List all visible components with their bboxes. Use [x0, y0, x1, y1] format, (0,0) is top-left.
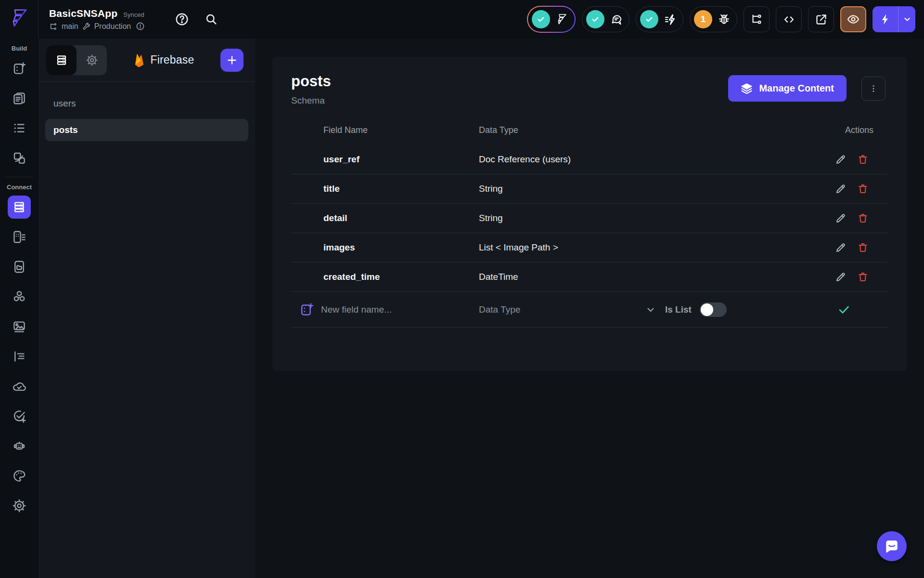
collection-item-posts[interactable]: posts	[45, 119, 248, 141]
sidebar-item-ai-agents[interactable]	[0, 431, 38, 461]
run-bolt-icon	[879, 13, 892, 26]
schema-field-row: user_ref Doc Reference (users)	[291, 145, 888, 174]
field-name: images	[291, 242, 479, 253]
status-pill-issues[interactable]: 1	[690, 6, 737, 32]
status-pill-comments[interactable]	[582, 6, 629, 32]
developer-menu-button[interactable]	[776, 6, 802, 32]
delete-field-button[interactable]	[857, 212, 869, 224]
left-nav-rail: Build Connect	[0, 39, 38, 578]
sidebar-item-pages[interactable]	[0, 83, 38, 113]
project-meta: BasicSNSApp Synced main Production	[49, 8, 145, 31]
firebase-flame-icon	[133, 52, 145, 68]
device-folder-icon	[12, 260, 26, 274]
preview-eye-icon	[847, 13, 860, 26]
sync-status: Synced	[123, 11, 144, 18]
delete-field-button[interactable]	[857, 242, 869, 253]
schema-field-row: detail String	[291, 204, 888, 233]
data-type-column-header: Data Type	[479, 125, 825, 135]
environment-name[interactable]: Production	[94, 22, 131, 31]
sidebar-item-app-assets[interactable]	[0, 252, 38, 282]
help-button[interactable]	[175, 12, 189, 26]
pages-icon	[12, 91, 26, 105]
sidebar-item-navigation[interactable]	[0, 113, 38, 143]
sidebar-item-firestore[interactable]	[0, 192, 38, 222]
schema-rows: user_ref Doc Reference (users) title Str…	[291, 145, 888, 292]
firebase-panel: Firebase users posts	[38, 39, 255, 578]
branch-name[interactable]: main	[62, 22, 78, 31]
delete-field-button[interactable]	[857, 271, 869, 283]
schema-options-button[interactable]	[861, 77, 886, 101]
run-options-button[interactable]	[898, 6, 915, 32]
field-data-type: String	[479, 184, 825, 194]
run-button-group	[873, 6, 915, 32]
sidebar-item-api-calls[interactable]	[0, 282, 38, 312]
sidebar-item-cloud-functions[interactable]	[0, 371, 38, 401]
collection-title: posts	[291, 73, 331, 90]
pencil-icon	[835, 183, 847, 195]
preview-mode-button[interactable]	[840, 6, 866, 32]
sidebar-item-theme[interactable]	[0, 461, 38, 491]
new-field-name-input[interactable]	[321, 304, 441, 315]
flutterflow-icon	[555, 13, 568, 26]
hexagons-icon	[12, 289, 26, 304]
help-icon	[175, 12, 189, 26]
manage-content-button[interactable]: Manage Content	[728, 75, 847, 102]
delete-field-button[interactable]	[857, 183, 869, 195]
branch-icon	[49, 22, 58, 31]
field-name: user_ref	[291, 154, 479, 165]
trash-icon	[857, 154, 869, 165]
check-plus-icon	[12, 409, 26, 423]
schema-card: posts Schema Manage Content	[272, 57, 907, 371]
list-icon	[12, 121, 26, 135]
collections-view-tab[interactable]	[46, 45, 77, 75]
open-in-new-button[interactable]	[808, 6, 834, 32]
sidebar-item-media-assets[interactable]	[0, 312, 38, 342]
data-types-icon	[12, 230, 26, 244]
collection-item-users[interactable]: users	[45, 92, 248, 115]
confirm-new-field-button[interactable]	[837, 303, 850, 316]
chevron-down-icon	[645, 304, 656, 315]
database-icon	[55, 54, 68, 66]
check-circle-icon	[640, 10, 658, 28]
check-icon	[837, 303, 850, 316]
support-chat-button[interactable]	[877, 531, 907, 561]
run-app-button[interactable]	[873, 6, 898, 32]
firebase-brand: Firebase	[133, 52, 194, 68]
field-data-type: DateTime	[479, 272, 825, 282]
open-in-new-icon	[815, 13, 828, 26]
flow-map-button[interactable]	[744, 6, 770, 32]
sidebar-item-components[interactable]	[0, 143, 38, 173]
search-icon	[205, 13, 218, 26]
bug-icon	[718, 13, 731, 26]
is-list-toggle[interactable]	[700, 302, 727, 317]
actions-column-header: Actions	[825, 125, 888, 135]
delete-field-button[interactable]	[857, 154, 869, 165]
field-data-type: Doc Reference (users)	[479, 154, 825, 165]
gear-icon	[12, 499, 26, 513]
sidebar-item-testing[interactable]	[0, 401, 38, 431]
add-collection-button[interactable]	[220, 49, 244, 72]
collections-list: users posts	[38, 82, 255, 156]
status-pill-app-check[interactable]	[528, 7, 575, 32]
edit-field-button[interactable]	[835, 183, 847, 195]
edit-field-button[interactable]	[835, 154, 847, 165]
edit-field-button[interactable]	[835, 242, 847, 253]
status-pill-run-checks[interactable]	[636, 6, 683, 32]
sidebar-item-widget-palette[interactable]	[0, 53, 38, 83]
sidebar-item-app-values[interactable]	[0, 342, 38, 371]
schema-field-row: images List < Image Path >	[291, 233, 888, 263]
edit-field-button[interactable]	[835, 212, 847, 224]
edit-field-button[interactable]	[835, 271, 847, 283]
sidebar-item-settings[interactable]	[0, 491, 38, 521]
gear-icon	[86, 54, 98, 66]
warning-count-badge: 1	[694, 10, 712, 28]
new-field-type-select[interactable]: Data Type	[479, 304, 658, 315]
firebase-settings-tab[interactable]	[77, 45, 107, 75]
flutterflow-logo[interactable]	[0, 0, 38, 39]
field-name: detail	[291, 213, 479, 223]
connect-section-label: Connect	[7, 184, 32, 191]
environment-alert-icon[interactable]	[136, 22, 145, 31]
sidebar-item-data-types[interactable]	[0, 222, 38, 252]
search-button[interactable]	[205, 13, 218, 26]
widget-palette-icon	[12, 61, 26, 76]
